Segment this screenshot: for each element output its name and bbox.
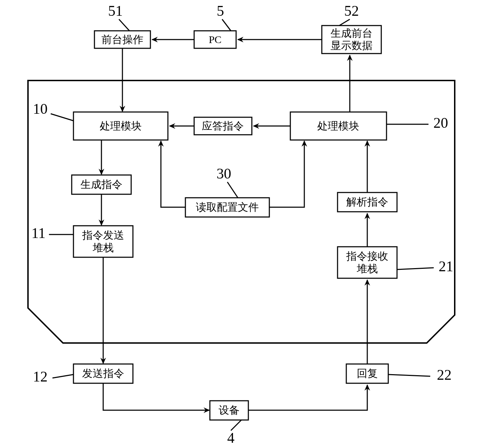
response-cmd-box: 应答指令 bbox=[194, 117, 252, 135]
proc-left-label: 处理模块 bbox=[100, 120, 142, 132]
num-5: 5 bbox=[217, 3, 224, 19]
recv-stack-l2: 堆栈 bbox=[356, 263, 378, 274]
num-22: 22 bbox=[437, 367, 452, 383]
proc-right-label: 处理模块 bbox=[317, 120, 359, 132]
recv-stack-box: 指令接收 堆栈 bbox=[338, 247, 397, 278]
num-21: 21 bbox=[439, 258, 453, 274]
svg-line-33 bbox=[388, 374, 430, 376]
num-12: 12 bbox=[33, 369, 48, 385]
device-box: 设备 bbox=[210, 401, 248, 420]
reply-label: 回复 bbox=[357, 368, 378, 379]
reply-box: 回复 bbox=[346, 364, 388, 383]
svg-line-28 bbox=[397, 268, 434, 270]
num-11: 11 bbox=[31, 225, 45, 241]
proc-module-right-box: 处理模块 bbox=[290, 112, 387, 140]
num-30: 30 bbox=[217, 166, 231, 182]
svg-line-21 bbox=[227, 182, 238, 198]
gen-display-data-box: 生成前台 显示数据 bbox=[322, 26, 381, 54]
frontend-operation-label: 前台操作 bbox=[101, 34, 143, 45]
gen-display-l2: 显示数据 bbox=[331, 40, 373, 51]
device-label: 设备 bbox=[219, 404, 240, 416]
pc-box: PC bbox=[194, 31, 236, 48]
parse-cmd-label: 解析指令 bbox=[346, 196, 388, 208]
send-stack-l1: 指令发送 bbox=[82, 229, 124, 241]
num-10: 10 bbox=[33, 101, 48, 117]
svg-line-3 bbox=[119, 19, 129, 31]
svg-line-36 bbox=[231, 420, 241, 430]
read-cfg-label: 读取配置文件 bbox=[196, 201, 259, 213]
gen-cmd-label: 生成指令 bbox=[80, 178, 122, 190]
num-4: 4 bbox=[227, 430, 235, 446]
send-cmd-label: 发送指令 bbox=[82, 368, 124, 379]
num-20: 20 bbox=[433, 115, 448, 131]
svg-line-10 bbox=[51, 114, 73, 121]
send-stack-box: 指令发送 堆栈 bbox=[73, 226, 133, 257]
num-51: 51 bbox=[108, 3, 123, 19]
parse-cmd-box: 解析指令 bbox=[338, 192, 397, 212]
frontend-operation-box: 前台操作 bbox=[94, 31, 150, 48]
svg-line-4 bbox=[222, 19, 231, 31]
recv-stack-l1: 指令接收 bbox=[346, 250, 388, 262]
read-config-box: 读取配置文件 bbox=[185, 198, 269, 217]
gen-cmd-box: 生成指令 bbox=[72, 175, 131, 194]
system-block-diagram: 前台操作 PC 生成前台 显示数据 51 5 52 处理模块 处理模块 10 2… bbox=[0, 0, 496, 448]
resp-cmd-label: 应答指令 bbox=[202, 120, 244, 132]
proc-module-left-box: 处理模块 bbox=[73, 112, 168, 140]
pc-label: PC bbox=[209, 34, 222, 45]
send-cmd-box: 发送指令 bbox=[73, 364, 133, 383]
svg-line-5 bbox=[339, 19, 350, 26]
num-52: 52 bbox=[344, 3, 359, 19]
svg-line-30 bbox=[52, 374, 73, 378]
gen-display-l1: 生成前台 bbox=[331, 27, 373, 39]
send-stack-l2: 堆栈 bbox=[92, 242, 114, 253]
